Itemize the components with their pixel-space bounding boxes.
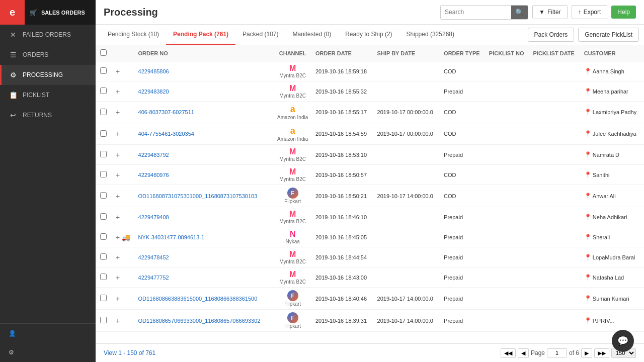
order-number[interactable]: OD116808657066933000_116808657066693302: [138, 318, 261, 324]
order-date: 2019-10-16 18:44:54: [312, 247, 374, 267]
sidebar-item-user[interactable]: 👤: [0, 324, 96, 343]
tab-pending-pack[interactable]: Pending Pack (761): [166, 25, 235, 45]
picklist-date: [530, 102, 581, 123]
expand-button[interactable]: +: [114, 274, 122, 282]
sidebar-item-processing[interactable]: ⚙ PROCESSING: [0, 65, 96, 85]
myntra-logo: M: [276, 270, 309, 279]
row-checkbox[interactable]: [100, 317, 107, 323]
order-number[interactable]: 4229483792: [138, 152, 169, 158]
sidebar-item-returns[interactable]: ↩ RETURNS: [0, 105, 96, 125]
order-number[interactable]: NYK-34031477-0894613-1: [138, 234, 205, 240]
page-number-input[interactable]: [547, 348, 567, 357]
row-checkbox[interactable]: [100, 67, 107, 74]
row-checkbox[interactable]: [100, 213, 107, 220]
sidebar-item-picklist[interactable]: 📋 PICKLIST: [0, 85, 96, 105]
tabs: Pending Stock (10) Pending Pack (761) Pa…: [101, 25, 461, 45]
search-button[interactable]: 🔍: [511, 6, 528, 19]
col-header-picklist-date: PICKLIST DATE: [530, 45, 581, 61]
export-button[interactable]: ↑ Export: [572, 5, 608, 19]
order-number[interactable]: 4229477752: [138, 275, 169, 281]
pack-orders-button[interactable]: Pack Orders: [528, 28, 575, 42]
channel-name: Myntra B2C: [276, 73, 309, 78]
row-checkbox[interactable]: [100, 192, 107, 199]
prev-page-button[interactable]: ◀: [518, 348, 529, 358]
help-button[interactable]: Help: [611, 6, 636, 19]
customer-pin-icon: 📍: [584, 171, 592, 178]
sidebar-item-label: FAILED ORDERS: [23, 31, 71, 38]
order-number[interactable]: OD116808731075301000_11680873107530103: [138, 193, 258, 199]
expand-button[interactable]: +: [114, 67, 122, 75]
generate-picklist-button[interactable]: Generate PickList: [578, 28, 639, 42]
next-page-button[interactable]: ▶: [581, 348, 592, 358]
sidebar-item-label: ORDERS: [23, 51, 48, 58]
row-checkbox[interactable]: [100, 130, 107, 137]
order-date: 2019-10-16 18:55:17: [312, 102, 374, 123]
search-input[interactable]: [441, 6, 511, 18]
expand-button[interactable]: +: [114, 233, 122, 241]
tab-manifested[interactable]: Manifested (0): [285, 25, 338, 45]
row-checkbox[interactable]: [100, 274, 107, 280]
filter-button[interactable]: ▼ Filter: [532, 5, 568, 19]
expand-button[interactable]: +: [114, 108, 122, 116]
customer-pin-icon: 📍: [584, 295, 592, 302]
sidebar-item-settings[interactable]: ⚙: [0, 343, 96, 362]
row-checkbox[interactable]: [100, 87, 107, 94]
last-page-button[interactable]: ▶▶: [594, 348, 609, 358]
expand-button[interactable]: +: [114, 130, 122, 138]
sidebar-header-label: SALES ORDERS: [41, 10, 85, 16]
channel-name: Nykaa: [276, 239, 309, 244]
settings-icon: ⚙: [9, 349, 14, 356]
expand-button[interactable]: +: [114, 317, 122, 325]
row-checkbox[interactable]: [100, 151, 107, 157]
col-header-ship-by-date: SHIP BY DATE: [374, 45, 441, 61]
tab-ready-to-ship[interactable]: Ready to Ship (2): [338, 25, 399, 45]
col-header-checkbox: [96, 45, 111, 61]
expand-button[interactable]: +: [114, 213, 122, 221]
order-type: COD: [441, 165, 486, 185]
expand-button[interactable]: +: [114, 171, 122, 179]
picklist-no: [486, 310, 530, 332]
flipkart-logo: F: [287, 312, 298, 323]
order-number[interactable]: 406-8037307-6027511: [138, 109, 194, 115]
myntra-logo: M: [276, 250, 309, 259]
picklist-date: [530, 145, 581, 165]
row-checkbox[interactable]: [100, 171, 107, 177]
page-of-label: of 6: [569, 349, 579, 356]
order-date: 2019-10-16 18:43:00: [312, 267, 374, 288]
expand-button[interactable]: +: [114, 192, 122, 200]
select-all-checkbox[interactable]: [100, 49, 107, 56]
myntra-logo: M: [276, 210, 309, 219]
chat-fab-button[interactable]: 💬: [612, 330, 634, 352]
order-number[interactable]: OD116808663883615000_11680866388361500: [138, 296, 258, 302]
expand-button[interactable]: +: [114, 87, 122, 96]
order-number[interactable]: 4229480976: [138, 172, 169, 178]
tab-packed[interactable]: Packed (107): [235, 25, 285, 45]
order-number[interactable]: 4229478452: [138, 254, 169, 260]
order-date: 2019-10-16 18:50:21: [312, 185, 374, 207]
row-checkbox[interactable]: [100, 295, 107, 301]
row-checkbox[interactable]: [100, 253, 107, 260]
channel-name: Myntra B2C: [276, 219, 309, 224]
col-header-order-type: ORDER TYPE: [441, 45, 486, 61]
order-number[interactable]: 4229485806: [138, 68, 169, 74]
sidebar-nav: ✕ FAILED ORDERS ☰ ORDERS ⚙ PROCESSING 📋 …: [0, 25, 96, 323]
tab-shipped[interactable]: Shipped (325268): [399, 25, 461, 45]
order-number[interactable]: 4229479408: [138, 214, 169, 220]
picklist-no: [486, 185, 530, 207]
ship-by-date: 2019-10-17 00:00:00.0: [374, 123, 441, 145]
customer-pin-icon: 📍: [584, 88, 592, 95]
sidebar-item-failed-orders[interactable]: ✕ FAILED ORDERS: [0, 25, 96, 45]
order-number[interactable]: 4229483820: [138, 88, 169, 95]
tab-pending-stock[interactable]: Pending Stock (10): [101, 25, 166, 45]
expand-button[interactable]: +: [114, 253, 122, 261]
expand-button[interactable]: +: [114, 151, 122, 159]
order-number[interactable]: 404-7755461-3020354: [138, 131, 194, 137]
customer-name: 📍Sherali: [581, 227, 644, 247]
expand-button[interactable]: +: [114, 295, 122, 303]
sidebar-item-orders[interactable]: ☰ ORDERS: [0, 45, 96, 65]
row-checkbox[interactable]: [100, 109, 107, 115]
first-page-button[interactable]: ◀◀: [501, 348, 516, 358]
channel-name: Myntra B2C: [276, 279, 309, 285]
order-date: 2019-10-16 18:39:31: [312, 310, 374, 332]
row-checkbox[interactable]: [100, 233, 107, 240]
